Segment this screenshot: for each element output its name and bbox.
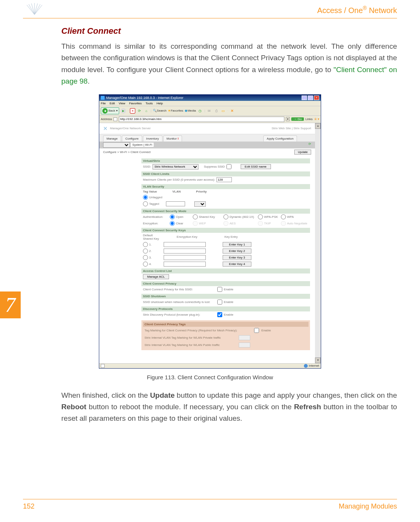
discovery-header: Discovery Protocols bbox=[141, 306, 310, 311]
back-button[interactable]: ◄Back ▾ bbox=[101, 107, 119, 114]
auth-shared-radio[interactable] bbox=[193, 214, 198, 219]
scope-select[interactable] bbox=[103, 142, 130, 148]
screenshot-figure: Manager/One Main 192.168.0.3 - Internet … bbox=[99, 94, 321, 369]
enc-clear-radio[interactable] bbox=[170, 221, 175, 226]
key4-radio[interactable] bbox=[143, 262, 148, 267]
ie-icon bbox=[101, 96, 105, 100]
section-heading: Client Connect bbox=[61, 26, 397, 36]
discovery-checkbox[interactable] bbox=[217, 312, 222, 317]
priv-vlan-public-input bbox=[239, 343, 250, 347]
refresh-icon[interactable]: ⟳ bbox=[137, 108, 142, 114]
tab-monitor[interactable]: Monitor bbox=[163, 135, 182, 142]
auth-wpapsk-radio[interactable] bbox=[258, 214, 263, 219]
auth-wpa-radio[interactable] bbox=[281, 214, 286, 219]
tab-manage[interactable]: Manage bbox=[103, 135, 121, 142]
window-titlebar: Manager/One Main 192.168.0.3 - Internet … bbox=[99, 95, 321, 101]
browser-toolbar: ◄Back ▾ ► · × ⟳ ⌂ | 🔍Search ★Favorites ◉… bbox=[99, 106, 321, 116]
home-icon[interactable]: ⌂ bbox=[144, 108, 149, 114]
menu-tools[interactable]: Tools bbox=[146, 102, 153, 105]
address-dropdown[interactable]: ▾ bbox=[286, 117, 290, 121]
max-clients-input[interactable] bbox=[217, 177, 232, 182]
footer-section-name: Managing Modules bbox=[339, 502, 397, 510]
refresh-page-icon[interactable]: ⟳ bbox=[308, 142, 311, 146]
body-paragraph-1: This command is similar to its correspon… bbox=[61, 41, 397, 87]
header-title: Access / One® Network bbox=[317, 5, 397, 15]
strix-logo-icon bbox=[23, 3, 46, 16]
security-keys-header: Client Connect Security Keys bbox=[141, 228, 310, 233]
media-button[interactable]: ◉Media bbox=[185, 109, 196, 112]
forward-button[interactable]: ► bbox=[121, 108, 126, 114]
history-icon[interactable]: ◷ bbox=[197, 108, 203, 114]
menu-help[interactable]: Help bbox=[156, 102, 162, 105]
apply-config-button[interactable]: Apply Configuration bbox=[263, 135, 297, 142]
close-button[interactable]: × bbox=[314, 96, 319, 100]
enter-key2-button[interactable]: Enter Key 2 bbox=[223, 249, 251, 254]
security-mode-header: Client Connect Security Mode bbox=[141, 209, 310, 214]
privacy-tags-section: Client Connect Privacy Tags Tag Marking … bbox=[141, 320, 310, 350]
sub-system-wifi[interactable]: System | Wi-Fi bbox=[131, 143, 154, 147]
priv-tag-enable-checkbox[interactable] bbox=[254, 328, 259, 333]
cc-privacy-checkbox[interactable] bbox=[217, 287, 222, 292]
scroll-up-arrow[interactable]: ▴ bbox=[315, 123, 321, 129]
go-button[interactable]: → Go bbox=[291, 117, 304, 121]
enc-aes-radio bbox=[223, 221, 228, 226]
page-footer: 152 Managing Modules bbox=[23, 499, 397, 510]
menu-edit[interactable]: Edit bbox=[110, 102, 115, 105]
stop-button[interactable]: × bbox=[130, 108, 135, 114]
tab-configure[interactable]: Configure bbox=[122, 135, 142, 142]
menu-view[interactable]: View bbox=[119, 102, 125, 105]
vertical-scrollbar[interactable]: ▴ ▾ bbox=[315, 123, 321, 363]
key1-input[interactable] bbox=[164, 242, 206, 247]
enc-tkip-radio bbox=[258, 221, 263, 226]
search-button[interactable]: 🔍Search bbox=[153, 109, 166, 112]
links-button[interactable]: Links bbox=[305, 117, 313, 121]
key2-input[interactable] bbox=[164, 249, 206, 254]
key3-input[interactable] bbox=[164, 255, 206, 260]
enter-key3-button[interactable]: Enter Key 3 bbox=[223, 255, 251, 260]
enter-key1-button[interactable]: Enter Key 1 bbox=[223, 242, 251, 247]
enter-key4-button[interactable]: Enter Key 4 bbox=[223, 262, 251, 267]
header-logo bbox=[23, 3, 46, 16]
vlan-untagged-radio[interactable] bbox=[143, 195, 148, 200]
key3-radio[interactable] bbox=[143, 255, 148, 260]
priv-vlan-private-input bbox=[239, 335, 250, 340]
svg-line-1 bbox=[29, 4, 34, 15]
virtual-strix-header: Virtual/Strix bbox=[141, 158, 310, 163]
enc-auto-radio bbox=[281, 221, 286, 226]
tab-inventory[interactable]: Inventory bbox=[143, 135, 162, 142]
vlan-tagged-radio[interactable] bbox=[143, 201, 148, 206]
key2-radio[interactable] bbox=[143, 249, 148, 254]
suppress-ssid-checkbox[interactable] bbox=[226, 164, 231, 169]
auth-open-radio[interactable] bbox=[170, 214, 175, 219]
favorites-button[interactable]: ★Favorites bbox=[168, 109, 183, 112]
auth-dynamic-radio[interactable] bbox=[223, 214, 228, 219]
internet-zone-icon bbox=[304, 364, 308, 368]
acl-header: Access Control List bbox=[141, 268, 310, 273]
ssid-shutdown-header: SSID Shutdown bbox=[141, 294, 310, 299]
mail-icon[interactable]: ✉ bbox=[207, 108, 212, 114]
vlan-input[interactable] bbox=[166, 201, 185, 206]
strix-links-icon[interactable]: ※ ▾ bbox=[314, 117, 319, 121]
ssid-shutdown-checkbox[interactable] bbox=[217, 300, 222, 305]
manage-acl-button[interactable]: Manage ACL bbox=[143, 274, 169, 279]
header-links[interactable]: Strix Web Site | Strix Support bbox=[272, 127, 311, 130]
minimize-button[interactable]: _ bbox=[302, 96, 307, 100]
key1-radio[interactable] bbox=[143, 242, 148, 247]
key4-input[interactable] bbox=[164, 262, 206, 267]
edit-icon[interactable]: ▭ bbox=[220, 108, 226, 114]
sub-tabs: System | Wi-Fi ⟳ bbox=[99, 142, 315, 148]
print-icon[interactable]: ⎙ bbox=[213, 108, 219, 114]
strix-icon[interactable]: ✕ bbox=[230, 108, 235, 114]
priority-select[interactable] bbox=[194, 201, 206, 207]
edit-ssid-button[interactable]: Edit SSID name bbox=[241, 164, 271, 169]
menu-favorites[interactable]: Favorites bbox=[129, 102, 142, 105]
scroll-down-arrow[interactable]: ▾ bbox=[315, 357, 321, 363]
update-button[interactable]: Update bbox=[294, 150, 311, 155]
address-input[interactable] bbox=[119, 117, 284, 122]
maximize-button[interactable]: □ bbox=[308, 96, 313, 100]
ssid-limits-header: SSID Client Limits bbox=[141, 171, 310, 176]
menu-file[interactable]: File bbox=[101, 102, 106, 105]
vlan-security-header: VLAN Security bbox=[141, 184, 310, 189]
address-bar: Address ▾ → Go Links ※ ▾ bbox=[99, 116, 321, 123]
ssid-select[interactable]: Strix Wireless Network bbox=[153, 164, 199, 170]
